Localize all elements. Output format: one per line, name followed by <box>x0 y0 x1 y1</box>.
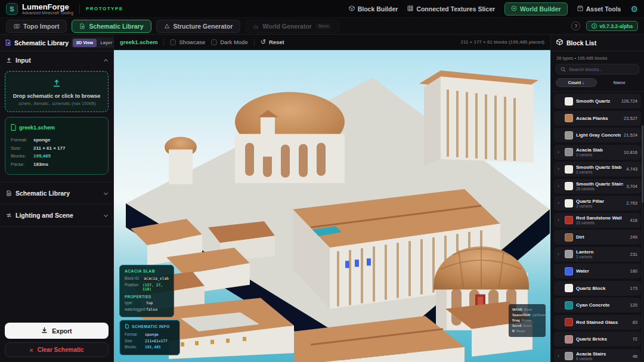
block-list-item[interactable]: › Quartz Block 173 <box>554 281 641 296</box>
block-list-cube-icon <box>556 39 563 47</box>
block-list-item[interactable]: › Quartz Pillar 3 variants 2,763 <box>554 196 641 211</box>
sort-by-name-button[interactable]: Name <box>600 78 640 87</box>
tab-schematic-library[interactable]: Schematic Library <box>72 20 151 33</box>
tab-world-generator[interactable]: World Generator Soon <box>245 20 339 33</box>
block-list-item[interactable]: › Smooth Quartz Stairs 28 variants 3,704 <box>554 179 641 194</box>
block-list-item[interactable]: › Water 180 <box>554 264 641 279</box>
nav-connected-textures-slicer[interactable]: Connected Textures Slicer <box>407 5 495 13</box>
loaded-file-card: greek1.schem Format:sponge Size:211 × 61… <box>5 117 109 175</box>
chevron-right-icon[interactable]: › <box>558 218 562 223</box>
block-list-item[interactable]: › Dirt 249 <box>554 230 641 245</box>
section-schematic-library[interactable]: Schematic Library <box>0 184 113 203</box>
toggle-3d-view[interactable]: 3D View <box>73 39 97 47</box>
block-item-count: 10,816 <box>624 150 637 155</box>
chevron-right-icon[interactable]: › <box>558 150 562 155</box>
dropzone-title: Drop schematic or click to browse <box>10 93 103 99</box>
block-list-item[interactable]: › Quartz Bricks 72 <box>554 332 641 346</box>
settings-gear-icon[interactable]: ⚙ <box>630 5 638 13</box>
block-swatch <box>565 301 573 310</box>
dark-mode-checkbox[interactable] <box>211 39 217 45</box>
block-swatch <box>565 97 573 106</box>
dark-mode-toggle[interactable]: Dark Mode <box>211 39 247 45</box>
block-item-variants: 23 variants <box>576 221 627 225</box>
block-item-variants: 3 variants <box>576 153 621 157</box>
export-button[interactable]: Export <box>5 323 109 339</box>
block-swatch <box>565 250 573 258</box>
tab-topo-import[interactable]: Topo Import <box>6 20 67 33</box>
tool-tabbar: Topo Import Schematic Library Structure … <box>0 18 644 35</box>
block-item-count: 72 <box>633 336 637 342</box>
block-list-scrollbar[interactable] <box>642 125 643 361</box>
block-list-item[interactable]: › Acacia Planks 23,527 <box>554 111 641 126</box>
chevron-right-icon[interactable]: › <box>558 184 562 189</box>
rendered-schematic <box>114 50 550 362</box>
sidebar-title: Schematic Library <box>14 39 69 47</box>
showcase-checkbox[interactable] <box>170 39 176 45</box>
section-lighting-scene[interactable]: Lighting and Scene <box>0 206 113 225</box>
app-logo[interactable]: S LumenForge Advanced Minecraft Tooling <box>6 3 73 15</box>
divider <box>0 182 113 182</box>
viewport-3d-scene[interactable]: ACACIA SLAB Block ID:acacia_slab Positio… <box>114 50 550 362</box>
chevron-up-icon <box>104 59 108 63</box>
block-item-count: 46 <box>633 354 637 359</box>
info-size-value: 211×61×177 <box>145 339 168 343</box>
chevron-down-icon <box>104 190 108 194</box>
clear-schematic-button[interactable]: × Clear Schematic <box>5 342 109 357</box>
schematic-dropzone[interactable]: Drop schematic or click to browse .schem… <box>5 71 109 112</box>
reset-view-button[interactable]: ↺ Reset <box>261 39 284 45</box>
controls-hint-overlay: WASDMoveSpace/ShiftUp/DownDragRotateScro… <box>509 304 546 337</box>
scrollbar-thumb[interactable] <box>642 125 643 203</box>
block-list-title: Block List <box>566 39 596 47</box>
chevron-right-icon[interactable]: › <box>558 252 562 257</box>
controls-hint-row: DragRotate <box>512 318 542 323</box>
viewport-file-name: greek1.schem <box>120 39 157 45</box>
sort-by-count-button[interactable]: Count ↓ <box>556 78 597 87</box>
block-item-count: 21,524 <box>624 132 637 138</box>
block-swatch <box>565 131 573 140</box>
nav-block-builder[interactable]: Block Builder <box>349 5 398 13</box>
divider <box>79 4 80 14</box>
block-list-summary: 26 types • 195,485 blocks <box>551 51 644 64</box>
nav-asset-tools[interactable]: Asset Tools <box>577 5 621 13</box>
viewport-dimensions: 211 × 177 × 61 blocks (195,485 placed) <box>461 39 544 45</box>
block-list-item[interactable]: › Acacia Slab 3 variants 10,816 <box>554 145 641 160</box>
controls-hint-row: Space/ShiftUp/Down <box>512 313 542 318</box>
block-item-count: 180 <box>630 268 637 274</box>
block-list-item[interactable]: › Lantern 2 variants 231 <box>554 247 641 262</box>
block-item-name: Smooth Quartz <box>576 98 618 104</box>
schematic-library-icon <box>5 39 11 46</box>
close-icon: × <box>29 346 33 354</box>
app-root: S LumenForge Advanced Minecraft Tooling … <box>0 0 644 362</box>
block-swatch <box>565 148 573 156</box>
schematic-info-panel: SCHEMATIC INFO Format:sponge Size:211×61… <box>119 320 180 355</box>
version-badge[interactable]: i v0.7.3.2-alpha <box>586 21 638 31</box>
chevron-right-icon[interactable]: › <box>558 354 562 359</box>
block-item-variants: 2 variants <box>576 255 627 259</box>
section-input-header[interactable]: Input <box>0 51 113 67</box>
divider <box>0 204 113 205</box>
nav-world-builder[interactable]: World Builder <box>504 2 568 16</box>
block-list-item[interactable]: › Red Stained Glass 83 <box>554 315 641 330</box>
info-icon: i <box>592 23 597 29</box>
help-icon[interactable]: ? <box>571 21 580 30</box>
tab-structure-generator[interactable]: Structure Generator <box>156 20 241 33</box>
block-list-item[interactable]: › Smooth Quartz 126,724 <box>554 94 641 109</box>
soon-badge: Soon <box>315 23 332 29</box>
block-search[interactable] <box>556 64 639 75</box>
block-tooltip: ACACIA SLAB Block ID:acacia_slab Positio… <box>119 265 174 317</box>
showcase-toggle[interactable]: Showcase <box>170 39 205 45</box>
file-format: sponge <box>33 137 50 143</box>
upload-icon <box>6 57 12 63</box>
block-item-count: 3,704 <box>626 184 637 189</box>
block-id-value: acacia_slab <box>144 276 169 280</box>
block-list-item[interactable]: › Acacia Stairs 8 variants 46 <box>554 349 641 362</box>
block-list-item[interactable]: › Cyan Concrete 120 <box>554 298 641 313</box>
chevron-right-icon[interactable]: › <box>558 166 562 172</box>
block-item-count: 416 <box>630 218 637 223</box>
block-list-item[interactable]: › Light Gray Concrete 21,524 <box>554 128 641 143</box>
block-list-item[interactable]: › Smooth Quartz Slab 3 variants 4,743 <box>554 162 641 177</box>
chevron-right-icon[interactable]: › <box>558 200 562 206</box>
map-icon <box>14 23 20 29</box>
search-input[interactable] <box>569 67 634 72</box>
block-list-item[interactable]: › Red Sandstone Wall 23 variants 416 <box>554 213 641 228</box>
